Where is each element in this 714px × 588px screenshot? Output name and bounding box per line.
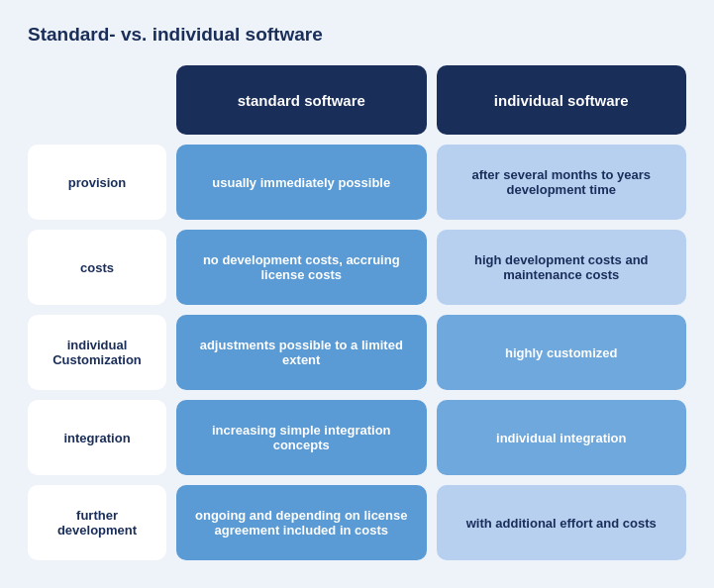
cell-standard-3: increasing simple integration concepts bbox=[176, 400, 427, 475]
header-individual: individual software bbox=[437, 65, 687, 135]
cell-individual-1: high development costs and maintenance c… bbox=[437, 230, 687, 305]
cell-individual-3: individual integration bbox=[437, 400, 687, 475]
header-standard: standard software bbox=[176, 65, 427, 135]
cell-standard-1: no development costs, accruing license c… bbox=[176, 230, 427, 305]
row-label-4: further development bbox=[28, 485, 166, 560]
table-grid: standard software individual software pr… bbox=[28, 65, 686, 560]
row-label-3: integration bbox=[28, 400, 166, 475]
cell-standard-2: adjustments possible to a limited extent bbox=[176, 315, 427, 390]
header-empty-cell bbox=[28, 65, 166, 135]
cell-individual-2: highly customized bbox=[437, 315, 687, 390]
cell-standard-4: ongoing and depending on license agreeme… bbox=[176, 485, 427, 560]
page-title: Standard- vs. individual software bbox=[28, 24, 686, 46]
comparison-table: standard software individual software pr… bbox=[28, 65, 686, 560]
cell-individual-0: after several months to years developmen… bbox=[437, 145, 687, 220]
row-label-2: individual Customization bbox=[28, 315, 166, 390]
row-label-0: provision bbox=[28, 145, 166, 220]
row-label-1: costs bbox=[28, 230, 166, 305]
cell-individual-4: with additional effort and costs bbox=[437, 485, 687, 560]
cell-standard-0: usually immediately possible bbox=[176, 145, 427, 220]
